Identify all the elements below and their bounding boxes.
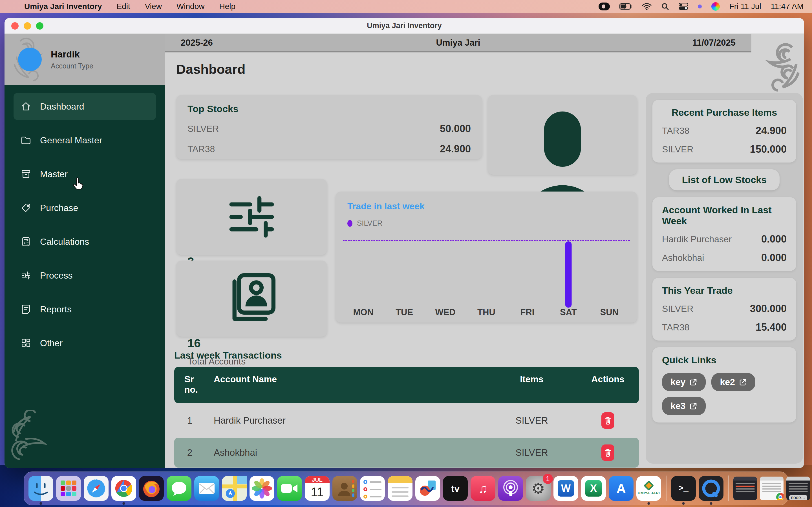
menu-item-edit[interactable]: Edit <box>116 2 130 11</box>
chart-plot <box>343 240 630 307</box>
dock-photos-icon[interactable] <box>250 476 274 501</box>
dock-appstore-icon[interactable]: A <box>609 476 633 501</box>
dock-calendar-icon[interactable]: JUL 11 <box>305 476 329 501</box>
transactions-week-card: 3 Transaction In Last Week <box>176 179 327 255</box>
zoom-window-button[interactable] <box>36 22 43 30</box>
delete-row-button[interactable] <box>601 412 614 429</box>
dock-contacts-icon[interactable] <box>333 476 357 501</box>
dock-chrome-icon[interactable] <box>111 476 136 501</box>
dock-music-icon[interactable]: ♫ <box>470 476 495 501</box>
wifi-icon[interactable] <box>642 3 652 10</box>
column-header-items: Items <box>487 374 577 385</box>
minimized-window-screenshot[interactable] <box>733 476 757 500</box>
quick-links-card: Quick Links key ke2 ke3 <box>652 347 796 422</box>
spotlight-search-icon[interactable] <box>661 3 669 10</box>
screen-record-indicator-icon[interactable] <box>599 3 610 10</box>
dock-safari-icon[interactable] <box>84 476 109 501</box>
dock-podcasts-icon[interactable] <box>498 476 523 501</box>
low-stocks-button[interactable]: List of Low Stocks <box>669 169 779 190</box>
external-link-icon <box>689 378 697 386</box>
delete-row-button[interactable] <box>601 445 614 461</box>
item-value: 150.000 <box>750 144 786 155</box>
sidebar-nav: Dashboard General Master Master Purchase… <box>4 85 165 468</box>
menu-app-name[interactable]: Umiya Jari Inventory <box>24 2 102 11</box>
profile-subtitle: Account Type <box>51 62 93 70</box>
dock-mail-icon[interactable] <box>194 476 219 501</box>
menu-item-help[interactable]: Help <box>219 2 236 11</box>
terminal-prompt-icon: >_ <box>678 484 689 493</box>
fiscal-year: 2025-26 <box>181 38 213 48</box>
sidebar-item-label: Master <box>40 169 68 179</box>
music-note-icon: ♫ <box>478 481 488 496</box>
cell-sr: 1 <box>174 415 205 426</box>
sidebar-item-calculations[interactable]: Calculations <box>13 228 156 255</box>
dock-messages-icon[interactable] <box>167 476 192 501</box>
column-header-sr: Sr no. <box>174 374 205 395</box>
sidebar-item-master[interactable]: Master <box>13 161 156 187</box>
dock-maps-icon[interactable] <box>222 476 247 501</box>
dock-terminal-icon[interactable]: >_ <box>671 476 696 501</box>
status-dot-icon <box>698 4 702 8</box>
avatar[interactable] <box>18 48 42 71</box>
sidebar-item-other[interactable]: Other <box>13 330 156 356</box>
close-window-button[interactable] <box>11 22 18 30</box>
stock-value: 50.000 <box>440 123 471 135</box>
cell-account: Ashokbhai <box>205 447 487 458</box>
chart-title: Trade in last week <box>347 201 625 212</box>
dock-freeform-icon[interactable] <box>415 476 440 501</box>
sidebar-item-label: General Master <box>40 135 102 146</box>
stock-row: TAR38 24.900 <box>188 143 471 155</box>
dock-firefox-icon[interactable] <box>139 476 164 501</box>
sidebar-item-reports[interactable]: Reports <box>13 296 156 323</box>
external-link-icon <box>689 402 697 410</box>
trade-value: 300.000 <box>750 303 786 315</box>
archive-box-icon <box>20 168 32 180</box>
dock-umiya-jari-icon[interactable]: UMIYA JARI <box>637 476 661 501</box>
menu-item-window[interactable]: Window <box>176 2 205 11</box>
menu-clock-time[interactable]: 11:47 AM <box>771 2 804 11</box>
minimize-window-button[interactable] <box>24 22 31 30</box>
sidebar-item-label: Process <box>40 270 73 281</box>
dock-reminders-icon[interactable] <box>360 476 385 501</box>
quick-link-key[interactable]: key <box>662 373 706 391</box>
dock: JUL 11 tv ♫ ⚙ 1 W X A UMIYA JARI >_ <box>24 471 788 505</box>
dock-appletv-icon[interactable]: tv <box>443 476 468 501</box>
control-center-icon[interactable] <box>679 3 688 10</box>
sidebar-item-process[interactable]: Process <box>13 262 156 289</box>
quick-link-ke2[interactable]: ke2 <box>711 373 755 391</box>
sidebar-item-dashboard[interactable]: Dashboard <box>13 93 156 120</box>
dock-excel-icon[interactable]: X <box>581 476 606 501</box>
gear-icon: ⚙ <box>531 480 545 497</box>
menu-clock-date[interactable]: Fri 11 Jul <box>729 2 761 11</box>
quick-link-ke3[interactable]: ke3 <box>662 397 706 415</box>
dock-finder-icon[interactable] <box>29 476 53 501</box>
table-row: 1 Hardik Purchaser SILVER <box>174 406 639 436</box>
header-strip: 2025-26 Umiya Jari 11/07/2025 <box>165 34 751 52</box>
battery-icon[interactable] <box>619 3 632 10</box>
trade-label: SILVER <box>662 304 693 314</box>
dock-settings-icon[interactable]: ⚙ 1 <box>526 476 551 501</box>
dock-quicktime-icon[interactable] <box>699 476 723 501</box>
node-window-label: node… <box>789 495 807 500</box>
umiya-label: UMIYA JARI <box>638 491 660 495</box>
sidebar-item-label: Reports <box>40 304 71 315</box>
minimized-window-node[interactable]: node… <box>786 476 810 500</box>
dock-notes-icon[interactable] <box>388 476 412 501</box>
minimized-window-chrome[interactable] <box>760 476 783 500</box>
notification-badge: 1 <box>543 474 553 484</box>
dock-launchpad-icon[interactable] <box>56 476 81 501</box>
sidebar-item-general-master[interactable]: General Master <box>13 127 156 154</box>
header-date: 11/07/2025 <box>693 38 735 48</box>
sidebar-item-purchase[interactable]: Purchase <box>13 194 156 221</box>
sidebar: Hardik Account Type Dashboard General Ma… <box>4 34 165 468</box>
item-value: 24.900 <box>756 125 786 136</box>
siri-icon[interactable] <box>711 2 720 11</box>
dock-separator <box>728 475 729 501</box>
dock-word-icon[interactable]: W <box>553 476 578 501</box>
menu-item-view[interactable]: View <box>145 2 162 11</box>
account-value: 0.000 <box>761 233 786 245</box>
macos-menu-bar: Umiya Jari Inventory Edit View Window He… <box>0 0 812 13</box>
dock-facetime-icon[interactable] <box>277 476 302 501</box>
quick-link-label: key <box>670 377 686 387</box>
window-titlebar[interactable]: Umiya Jari Inventory <box>4 18 804 34</box>
